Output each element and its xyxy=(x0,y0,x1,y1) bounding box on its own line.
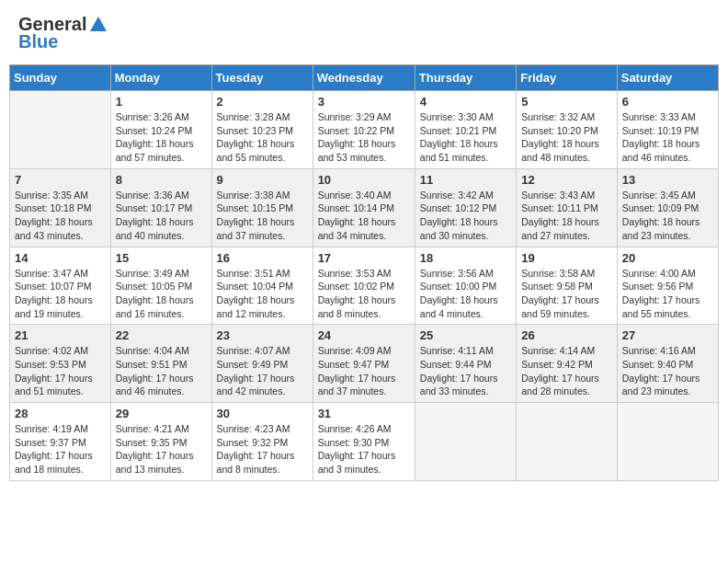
calendar-cell: 18Sunrise: 3:56 AM Sunset: 10:00 PM Dayl… xyxy=(415,247,516,325)
header-saturday: Saturday xyxy=(617,65,718,91)
header-tuesday: Tuesday xyxy=(211,65,313,91)
calendar-table: SundayMondayTuesdayWednesdayThursdayFrid… xyxy=(9,64,719,481)
day-number: 10 xyxy=(318,173,410,187)
day-number: 27 xyxy=(622,328,713,342)
calendar-week-3: 14Sunrise: 3:47 AM Sunset: 10:07 PM Dayl… xyxy=(10,247,719,325)
day-number: 23 xyxy=(217,328,308,342)
day-number: 19 xyxy=(521,251,612,265)
cell-sun-info: Sunrise: 4:14 AM Sunset: 9:42 PM Dayligh… xyxy=(521,344,612,398)
day-number: 24 xyxy=(318,328,410,342)
day-number: 11 xyxy=(420,173,511,187)
day-number: 3 xyxy=(318,95,410,109)
calendar-week-2: 7Sunrise: 3:35 AM Sunset: 10:18 PM Dayli… xyxy=(10,168,719,247)
cell-sun-info: Sunrise: 3:38 AM Sunset: 10:15 PM Daylig… xyxy=(217,189,308,243)
calendar-cell: 28Sunrise: 4:19 AM Sunset: 9:37 PM Dayli… xyxy=(10,403,111,481)
day-number: 30 xyxy=(217,407,308,420)
calendar-cell: 4Sunrise: 3:30 AM Sunset: 10:21 PM Dayli… xyxy=(415,91,516,169)
day-number: 13 xyxy=(622,173,713,187)
calendar-cell: 11Sunrise: 3:42 AM Sunset: 10:12 PM Dayl… xyxy=(415,168,516,247)
calendar-cell: 21Sunrise: 4:02 AM Sunset: 9:53 PM Dayli… xyxy=(10,325,111,403)
day-number: 21 xyxy=(15,328,106,342)
cell-sun-info: Sunrise: 4:21 AM Sunset: 9:35 PM Dayligh… xyxy=(116,422,207,477)
cell-sun-info: Sunrise: 3:35 AM Sunset: 10:18 PM Daylig… xyxy=(15,189,106,243)
cell-sun-info: Sunrise: 4:09 AM Sunset: 9:47 PM Dayligh… xyxy=(318,344,410,398)
cell-sun-info: Sunrise: 3:33 AM Sunset: 10:19 PM Daylig… xyxy=(622,110,713,165)
calendar-cell: 12Sunrise: 3:43 AM Sunset: 10:11 PM Dayl… xyxy=(517,168,618,247)
day-number: 18 xyxy=(420,251,511,265)
calendar-cell: 16Sunrise: 3:51 AM Sunset: 10:04 PM Dayl… xyxy=(211,247,313,325)
cell-sun-info: Sunrise: 4:23 AM Sunset: 9:32 PM Dayligh… xyxy=(217,422,308,477)
calendar-cell: 5Sunrise: 3:32 AM Sunset: 10:20 PM Dayli… xyxy=(517,91,618,169)
day-number: 20 xyxy=(622,251,713,265)
header-monday: Monday xyxy=(110,65,211,91)
calendar-cell: 6Sunrise: 3:33 AM Sunset: 10:19 PM Dayli… xyxy=(617,91,718,169)
day-number: 5 xyxy=(521,95,612,109)
cell-sun-info: Sunrise: 4:19 AM Sunset: 9:37 PM Dayligh… xyxy=(15,422,106,477)
cell-sun-info: Sunrise: 3:36 AM Sunset: 10:17 PM Daylig… xyxy=(116,189,207,243)
header-thursday: Thursday xyxy=(415,65,516,91)
cell-sun-info: Sunrise: 3:47 AM Sunset: 10:07 PM Daylig… xyxy=(15,267,106,321)
calendar-header-row: SundayMondayTuesdayWednesdayThursdayFrid… xyxy=(10,65,719,91)
calendar-cell: 30Sunrise: 4:23 AM Sunset: 9:32 PM Dayli… xyxy=(211,403,313,481)
day-number: 6 xyxy=(622,95,713,109)
header-sunday: Sunday xyxy=(10,65,111,91)
calendar-cell: 9Sunrise: 3:38 AM Sunset: 10:15 PM Dayli… xyxy=(211,168,313,247)
calendar-cell: 22Sunrise: 4:04 AM Sunset: 9:51 PM Dayli… xyxy=(110,325,211,403)
cell-sun-info: Sunrise: 3:58 AM Sunset: 9:58 PM Dayligh… xyxy=(521,267,612,321)
day-number: 15 xyxy=(116,251,207,265)
cell-sun-info: Sunrise: 3:53 AM Sunset: 10:02 PM Daylig… xyxy=(318,267,410,321)
page-header: General Blue xyxy=(9,9,719,57)
calendar-cell: 3Sunrise: 3:29 AM Sunset: 10:22 PM Dayli… xyxy=(313,91,415,169)
day-number: 9 xyxy=(217,173,308,187)
calendar-cell: 7Sunrise: 3:35 AM Sunset: 10:18 PM Dayli… xyxy=(10,168,111,247)
cell-sun-info: Sunrise: 4:11 AM Sunset: 9:44 PM Dayligh… xyxy=(420,344,511,398)
header-wednesday: Wednesday xyxy=(313,65,415,91)
cell-sun-info: Sunrise: 3:40 AM Sunset: 10:14 PM Daylig… xyxy=(318,189,410,243)
calendar-cell: 29Sunrise: 4:21 AM Sunset: 9:35 PM Dayli… xyxy=(110,403,211,481)
cell-sun-info: Sunrise: 3:43 AM Sunset: 10:11 PM Daylig… xyxy=(521,189,612,243)
logo-icon xyxy=(88,15,108,35)
calendar-cell: 20Sunrise: 4:00 AM Sunset: 9:56 PM Dayli… xyxy=(617,247,718,325)
cell-sun-info: Sunrise: 3:56 AM Sunset: 10:00 PM Daylig… xyxy=(420,267,511,321)
day-number: 4 xyxy=(420,95,511,109)
calendar-cell: 31Sunrise: 4:26 AM Sunset: 9:30 PM Dayli… xyxy=(313,403,415,481)
calendar-cell xyxy=(415,403,516,481)
header-friday: Friday xyxy=(517,65,618,91)
svg-marker-0 xyxy=(90,17,107,31)
calendar-cell xyxy=(617,403,718,481)
calendar-cell: 23Sunrise: 4:07 AM Sunset: 9:49 PM Dayli… xyxy=(211,325,313,403)
day-number: 25 xyxy=(420,328,511,342)
cell-sun-info: Sunrise: 3:30 AM Sunset: 10:21 PM Daylig… xyxy=(420,110,511,165)
calendar-cell: 15Sunrise: 3:49 AM Sunset: 10:05 PM Dayl… xyxy=(110,247,211,325)
cell-sun-info: Sunrise: 4:07 AM Sunset: 9:49 PM Dayligh… xyxy=(217,344,308,398)
day-number: 31 xyxy=(318,407,410,420)
day-number: 28 xyxy=(15,407,106,420)
logo: General Blue xyxy=(18,14,108,52)
day-number: 16 xyxy=(217,251,308,265)
cell-sun-info: Sunrise: 4:04 AM Sunset: 9:51 PM Dayligh… xyxy=(116,344,207,398)
day-number: 17 xyxy=(318,251,410,265)
cell-sun-info: Sunrise: 3:32 AM Sunset: 10:20 PM Daylig… xyxy=(521,110,612,165)
day-number: 1 xyxy=(116,95,207,109)
cell-sun-info: Sunrise: 4:00 AM Sunset: 9:56 PM Dayligh… xyxy=(622,267,713,321)
cell-sun-info: Sunrise: 4:02 AM Sunset: 9:53 PM Dayligh… xyxy=(15,344,106,398)
calendar-cell: 24Sunrise: 4:09 AM Sunset: 9:47 PM Dayli… xyxy=(313,325,415,403)
cell-sun-info: Sunrise: 3:26 AM Sunset: 10:24 PM Daylig… xyxy=(116,110,207,165)
day-number: 7 xyxy=(15,173,106,187)
calendar-cell: 25Sunrise: 4:11 AM Sunset: 9:44 PM Dayli… xyxy=(415,325,516,403)
calendar-cell: 19Sunrise: 3:58 AM Sunset: 9:58 PM Dayli… xyxy=(517,247,618,325)
calendar-week-4: 21Sunrise: 4:02 AM Sunset: 9:53 PM Dayli… xyxy=(10,325,719,403)
day-number: 8 xyxy=(116,173,207,187)
day-number: 2 xyxy=(217,95,308,109)
calendar-cell: 27Sunrise: 4:16 AM Sunset: 9:40 PM Dayli… xyxy=(617,325,718,403)
cell-sun-info: Sunrise: 4:16 AM Sunset: 9:40 PM Dayligh… xyxy=(622,344,713,398)
cell-sun-info: Sunrise: 3:45 AM Sunset: 10:09 PM Daylig… xyxy=(622,189,713,243)
cell-sun-info: Sunrise: 4:26 AM Sunset: 9:30 PM Dayligh… xyxy=(318,422,410,477)
calendar-cell xyxy=(10,91,111,169)
calendar-cell xyxy=(517,403,618,481)
calendar-week-1: 1Sunrise: 3:26 AM Sunset: 10:24 PM Dayli… xyxy=(10,91,719,169)
day-number: 29 xyxy=(116,407,207,420)
calendar-cell: 8Sunrise: 3:36 AM Sunset: 10:17 PM Dayli… xyxy=(110,168,211,247)
day-number: 14 xyxy=(15,251,106,265)
cell-sun-info: Sunrise: 3:49 AM Sunset: 10:05 PM Daylig… xyxy=(116,267,207,321)
